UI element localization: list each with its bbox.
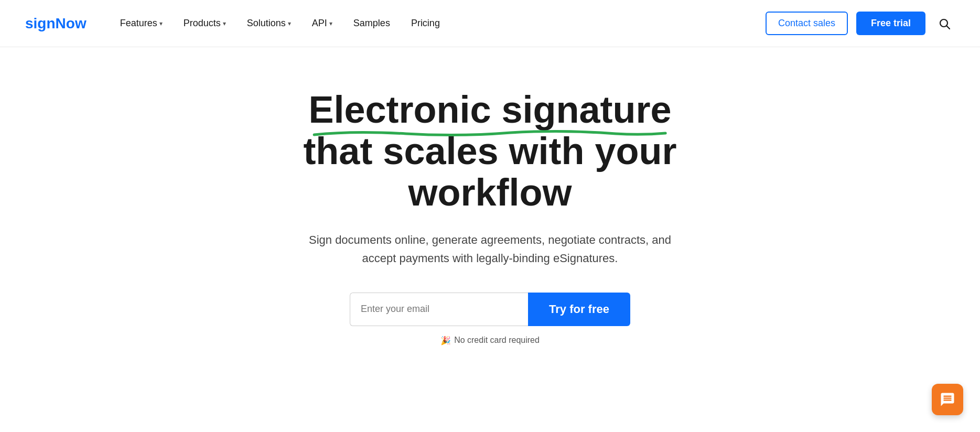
nav-item-api-label: API <box>312 18 327 29</box>
nav-item-solutions[interactable]: Solutions ▾ <box>239 14 299 33</box>
nav-right: Contact sales Free trial <box>766 12 955 35</box>
green-underline-decoration <box>308 128 671 138</box>
hero-title-line1-text: Electronic signature <box>308 89 671 131</box>
no-credit-card-text: No credit card required <box>454 336 540 345</box>
nav-item-features[interactable]: Features ▾ <box>112 14 171 33</box>
chat-icon <box>940 392 955 407</box>
hero-title: Electronic signature that scales with yo… <box>228 89 752 214</box>
nav-item-pricing-label: Pricing <box>411 18 440 29</box>
nav-item-samples[interactable]: Samples <box>345 14 399 33</box>
chevron-down-icon: ▾ <box>223 20 226 27</box>
hero-section: Electronic signature that scales with yo… <box>0 47 980 377</box>
party-emoji: 🎉 <box>440 336 451 345</box>
chevron-down-icon: ▾ <box>159 20 163 27</box>
chevron-down-icon: ▾ <box>288 20 291 27</box>
hero-subtitle: Sign documents online, generate agreemen… <box>307 231 674 267</box>
contact-sales-button[interactable]: Contact sales <box>766 12 848 35</box>
logo[interactable]: signNow <box>25 15 87 32</box>
hero-form: Try for free <box>350 293 630 326</box>
chat-button[interactable] <box>932 384 963 415</box>
try-for-free-button[interactable]: Try for free <box>528 293 630 326</box>
navbar: signNow Features ▾ Products ▾ Solutions … <box>0 0 980 47</box>
nav-item-products-label: Products <box>184 18 221 29</box>
nav-item-solutions-label: Solutions <box>247 18 286 29</box>
svg-line-1 <box>947 26 950 29</box>
nav-item-api[interactable]: API ▾ <box>304 14 341 33</box>
search-icon <box>938 17 951 30</box>
nav-item-products[interactable]: Products ▾ <box>175 14 234 33</box>
nav-links: Features ▾ Products ▾ Solutions ▾ API ▾ … <box>112 14 766 33</box>
search-button[interactable] <box>934 13 955 34</box>
nav-item-samples-label: Samples <box>353 18 390 29</box>
chevron-down-icon: ▾ <box>329 20 332 27</box>
no-credit-card-notice: 🎉 No credit card required <box>440 336 540 345</box>
hero-title-line2-text: that scales with your workflow <box>228 131 752 213</box>
nav-item-pricing[interactable]: Pricing <box>403 14 448 33</box>
nav-item-features-label: Features <box>120 18 157 29</box>
email-input[interactable] <box>350 293 528 326</box>
free-trial-button[interactable]: Free trial <box>856 12 925 35</box>
